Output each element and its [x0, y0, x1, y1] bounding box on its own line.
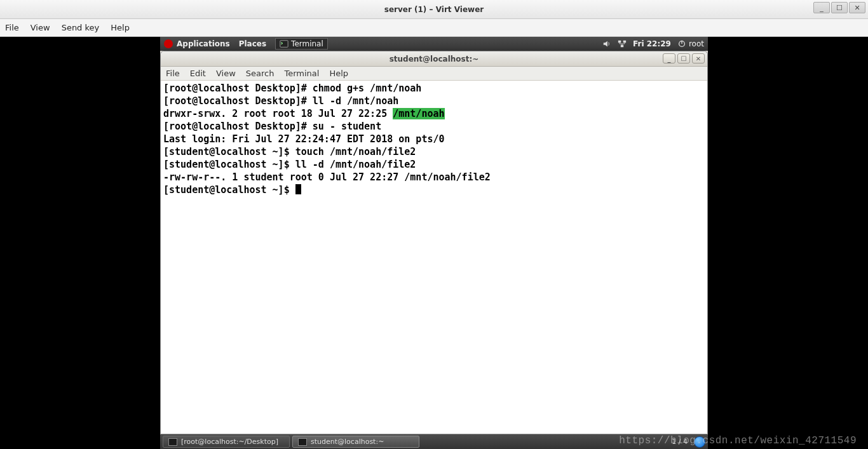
clock[interactable]: Fri 22:29 [633, 39, 671, 48]
terminal-window-controls: _ ☐ ✕ [663, 53, 705, 64]
poweroff-icon [677, 39, 686, 48]
terminal-menu-view[interactable]: View [216, 69, 236, 78]
virtviewer-titlebar: server (1) – Virt Viewer _ ☐ ✕ [0, 0, 868, 19]
terminal-menu-edit[interactable]: Edit [190, 69, 206, 78]
terminal-line: [root@localhost Desktop]# chmod g+s /mnt… [163, 82, 705, 95]
gnome-bottom-bar: [root@localhost:~/Desktop] student@local… [160, 434, 708, 449]
terminal-line: Last login: Fri Jul 27 22:24:47 EDT 2018… [163, 133, 705, 145]
guest-stage: Applications Places Terminal Fri 22:29 r… [0, 37, 868, 449]
terminal-maximize-button[interactable]: ☐ [677, 53, 690, 64]
terminal-window: student@localhost:~ _ ☐ ✕ File Edit View… [160, 51, 708, 434]
menu-help[interactable]: Help [111, 23, 130, 32]
taskbar-item[interactable]: student@localhost:~ [292, 436, 419, 448]
terminal-menu-help[interactable]: Help [329, 69, 348, 78]
maximize-button[interactable]: ☐ [831, 2, 848, 13]
terminal-line: [student@localhost ~]$ [163, 184, 705, 196]
menu-view[interactable]: View [31, 23, 50, 32]
terminal-line: [student@localhost ~]$ touch /mnt/noah/f… [163, 145, 705, 158]
taskbar-item-label: student@localhost:~ [311, 438, 384, 446]
minimize-button[interactable]: _ [813, 2, 830, 13]
taskbar-item-label: [root@localhost:~/Desktop] [181, 438, 278, 446]
terminal-line: -rw-rw-r--. 1 student root 0 Jul 27 22:2… [163, 171, 705, 184]
terminal-line: [student@localhost ~]$ ll -d /mnt/noah/f… [163, 158, 705, 171]
terminal-minimize-button[interactable]: _ [663, 53, 675, 64]
terminal-line: drwxr-srwx. 2 root root 18 Jul 27 22:25 … [163, 107, 705, 120]
notification-icon[interactable] [694, 436, 705, 448]
virtviewer-menubar: File View Send key Help [0, 19, 868, 37]
menu-applications[interactable]: Applications [177, 39, 230, 48]
svg-rect-1 [618, 41, 621, 43]
terminal-line: [root@localhost Desktop]# ll -d /mnt/noa… [163, 95, 705, 107]
terminal-menubar: File Edit View Search Terminal Help [161, 67, 707, 81]
virtviewer-title: server (1) – Virt Viewer [384, 5, 484, 14]
terminal-icon [298, 438, 307, 446]
terminal-menu-search[interactable]: Search [246, 69, 275, 78]
gnome-top-bar: Applications Places Terminal Fri 22:29 r… [160, 37, 708, 51]
menu-sendkey[interactable]: Send key [62, 23, 100, 32]
terminal-line: [root@localhost Desktop]# su - student [163, 120, 705, 133]
workspace-indicator[interactable]: 1 / 4 [672, 438, 688, 446]
svg-rect-2 [623, 41, 626, 43]
menu-places[interactable]: Places [239, 39, 266, 48]
terminal-menu-terminal[interactable]: Terminal [284, 69, 319, 78]
volume-icon[interactable] [602, 39, 611, 48]
terminal-title: student@localhost:~ [390, 55, 479, 64]
app-indicator-label: Terminal [291, 39, 323, 48]
svg-rect-3 [621, 45, 623, 48]
terminal-titlebar[interactable]: student@localhost:~ _ ☐ ✕ [161, 51, 707, 67]
menu-file[interactable]: File [5, 23, 19, 32]
virtviewer-window-controls: _ ☐ ✕ [812, 2, 865, 13]
terminal-body[interactable]: [root@localhost Desktop]# chmod g+s /mnt… [161, 81, 707, 434]
taskbar-item[interactable]: [root@localhost:~/Desktop] [163, 436, 290, 448]
app-indicator-terminal[interactable]: Terminal [275, 38, 328, 50]
close-button[interactable]: ✕ [849, 2, 865, 13]
guest-screen: Applications Places Terminal Fri 22:29 r… [160, 37, 708, 449]
user-label: root [689, 39, 704, 48]
cursor [295, 184, 301, 194]
terminal-close-button[interactable]: ✕ [692, 53, 705, 64]
user-menu[interactable]: root [677, 39, 704, 48]
network-icon[interactable] [618, 39, 627, 48]
redhat-icon [164, 39, 173, 48]
highlighted-path: /mnt/noah [393, 108, 444, 119]
terminal-icon [280, 39, 288, 48]
terminal-menu-file[interactable]: File [166, 69, 180, 78]
terminal-icon [168, 438, 177, 446]
